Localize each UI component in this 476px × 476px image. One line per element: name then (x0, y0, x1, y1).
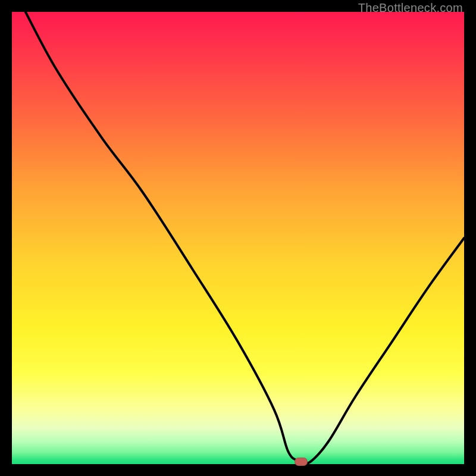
chart-frame: TheBottleneck.com (0, 0, 476, 476)
plot-area (12, 12, 464, 464)
optimal-marker (295, 458, 308, 466)
attribution-text: TheBottleneck.com (358, 1, 463, 15)
bottleneck-curve (12, 12, 464, 464)
